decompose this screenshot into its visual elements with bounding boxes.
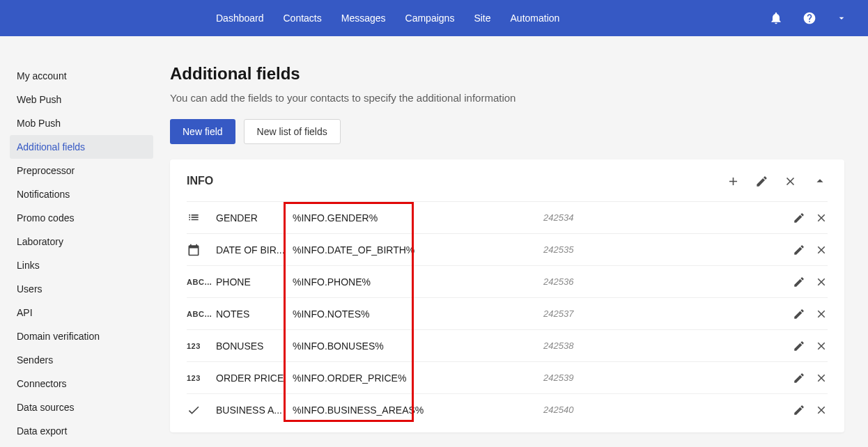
field-id: 242537 <box>481 308 793 319</box>
field-key: %INFO.BUSINESS_AREAS% <box>293 405 481 416</box>
field-name: DATE OF BIR... <box>216 244 293 256</box>
sidebar-item-my-account[interactable]: My account <box>10 64 153 88</box>
sidebar-item-additional-fields[interactable]: Additional fields <box>10 135 153 159</box>
nav-campaigns[interactable]: Campaigns <box>405 13 455 24</box>
sidebar-item-web-push[interactable]: Web Push <box>10 88 153 111</box>
page-subtitle: You can add the fields to your contacts … <box>170 92 844 104</box>
collapse-icon[interactable] <box>812 173 828 189</box>
field-key: %INFO.NOTES% <box>293 308 481 320</box>
field-name: BUSINESS A... <box>216 405 293 416</box>
edit-field-icon[interactable] <box>793 212 805 224</box>
field-row: 123BONUSES%INFO.BONUSES%242538 <box>187 329 828 361</box>
delete-field-icon[interactable] <box>815 276 828 288</box>
field-key: %INFO.ORDER_PRICE% <box>293 372 481 384</box>
bell-icon[interactable] <box>769 11 783 25</box>
field-row: DATE OF BIR...%INFO.DATE_OF_BIRTH%242535 <box>187 233 828 265</box>
sidebar-item-api[interactable]: API <box>10 301 153 324</box>
group-title: INFO <box>187 175 727 187</box>
field-key: %INFO.GENDER% <box>293 212 481 224</box>
sidebar-item-mob-push[interactable]: Mob Push <box>10 111 153 135</box>
field-row: ABC…PHONE%INFO.PHONE%242536 <box>187 265 828 297</box>
sidebar-item-links[interactable]: Links <box>10 253 153 277</box>
nav-dashboard[interactable]: Dashboard <box>216 13 264 24</box>
field-row: BUSINESS A...%INFO.BUSINESS_AREAS%242540 <box>187 393 828 425</box>
chevron-down-icon[interactable] <box>836 13 847 24</box>
edit-field-icon[interactable] <box>793 404 805 416</box>
field-name: BONUSES <box>216 340 293 352</box>
field-name: ORDER PRICE <box>216 372 293 384</box>
sidebar-item-connectors[interactable]: Connectors <box>10 372 153 395</box>
field-name: PHONE <box>216 276 293 288</box>
sidebar: My account Web Push Mob Push Additional … <box>0 64 159 447</box>
field-name: NOTES <box>216 308 293 320</box>
nav-site[interactable]: Site <box>474 13 490 24</box>
field-id: 242540 <box>481 405 793 415</box>
field-type-icon <box>187 243 216 257</box>
sidebar-item-domain-verification[interactable]: Domain verification <box>10 324 153 348</box>
field-type-icon: 123 <box>187 342 216 350</box>
field-row: 123ORDER PRICE%INFO.ORDER_PRICE%242539 <box>187 361 828 393</box>
help-icon[interactable] <box>803 11 816 25</box>
new-list-button[interactable]: New list of fields <box>244 119 341 144</box>
edit-field-icon[interactable] <box>793 308 805 320</box>
sidebar-item-preprocessor[interactable]: Preprocessor <box>10 159 153 182</box>
sidebar-item-data-export[interactable]: Data export <box>10 419 153 443</box>
delete-field-icon[interactable] <box>815 244 828 256</box>
page-title: Additional fields <box>170 64 844 84</box>
field-group-card: INFO GENDER%INFO.GENDER%242534DATE OF BI… <box>170 159 844 432</box>
field-id: 242535 <box>481 244 793 255</box>
delete-field-icon[interactable] <box>815 212 828 224</box>
field-type-icon: ABC… <box>187 310 216 318</box>
field-name: GENDER <box>216 212 293 224</box>
nav-contacts[interactable]: Contacts <box>284 13 322 24</box>
sidebar-item-senders[interactable]: Senders <box>10 348 153 372</box>
edit-field-icon[interactable] <box>793 276 805 288</box>
new-field-button[interactable]: New field <box>170 119 235 144</box>
edit-field-icon[interactable] <box>793 372 805 384</box>
field-row: GENDER%INFO.GENDER%242534 <box>187 201 828 233</box>
delete-field-icon[interactable] <box>815 404 828 416</box>
edit-field-icon[interactable] <box>793 244 805 256</box>
field-key: %INFO.DATE_OF_BIRTH% <box>293 244 481 256</box>
field-key: %INFO.PHONE% <box>293 276 481 288</box>
top-nav: Dashboard Contacts Messages Campaigns Si… <box>0 0 868 36</box>
delete-field-icon[interactable] <box>815 340 828 352</box>
field-id: 242536 <box>481 276 793 287</box>
sidebar-item-notifications[interactable]: Notifications <box>10 182 153 206</box>
sidebar-item-promo-codes[interactable]: Promo codes <box>10 206 153 230</box>
sidebar-item-data-sources[interactable]: Data sources <box>10 395 153 419</box>
sidebar-item-laboratory[interactable]: Laboratory <box>10 230 153 253</box>
nav-automation[interactable]: Automation <box>511 13 560 24</box>
field-id: 242539 <box>481 372 793 383</box>
sidebar-item-users[interactable]: Users <box>10 277 153 301</box>
add-icon[interactable] <box>727 175 740 188</box>
field-type-icon: ABC… <box>187 278 216 286</box>
delete-field-icon[interactable] <box>815 372 828 384</box>
field-type-icon <box>187 403 216 417</box>
delete-field-icon[interactable] <box>815 308 828 320</box>
field-key: %INFO.BONUSES% <box>293 340 481 352</box>
edit-field-icon[interactable] <box>793 340 805 352</box>
top-nav-menu: Dashboard Contacts Messages Campaigns Si… <box>216 13 559 24</box>
nav-messages[interactable]: Messages <box>341 13 386 24</box>
field-type-icon: 123 <box>187 374 216 382</box>
field-type-icon <box>187 211 216 225</box>
close-group-icon[interactable] <box>784 175 797 188</box>
field-id: 242534 <box>481 212 793 223</box>
field-id: 242538 <box>481 340 793 351</box>
field-row: ABC…NOTES%INFO.NOTES%242537 <box>187 297 828 329</box>
edit-group-icon[interactable] <box>755 175 768 188</box>
